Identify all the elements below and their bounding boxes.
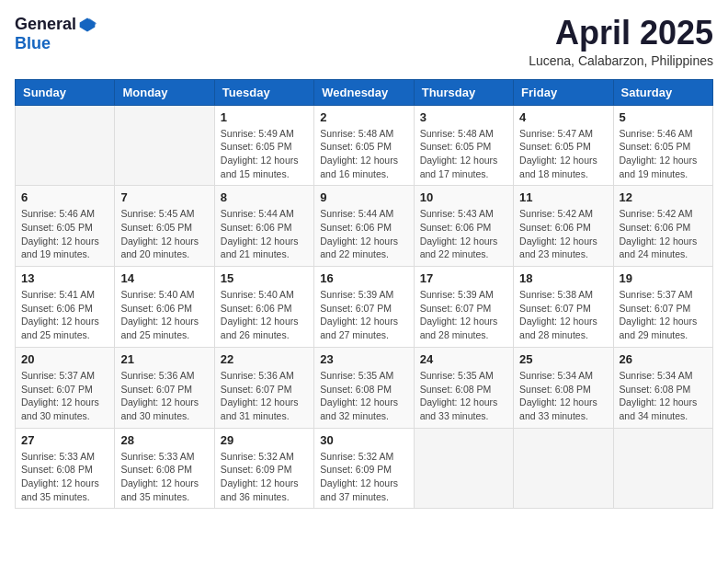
weekday-header: Tuesday	[214, 79, 313, 105]
day-info: Sunrise: 5:40 AM Sunset: 6:06 PM Dayligh…	[221, 288, 308, 342]
day-info: Sunrise: 5:38 AM Sunset: 6:07 PM Dayligh…	[519, 288, 607, 342]
calendar-cell: 15Sunrise: 5:40 AM Sunset: 6:06 PM Dayli…	[214, 267, 313, 348]
day-number: 4	[519, 110, 607, 124]
day-number: 22	[221, 352, 308, 366]
day-info: Sunrise: 5:44 AM Sunset: 6:06 PM Dayligh…	[221, 207, 308, 261]
day-number: 11	[519, 190, 607, 204]
day-info: Sunrise: 5:46 AM Sunset: 6:05 PM Dayligh…	[620, 127, 707, 181]
day-info: Sunrise: 5:49 AM Sunset: 6:05 PM Dayligh…	[221, 127, 308, 181]
day-info: Sunrise: 5:35 AM Sunset: 6:08 PM Dayligh…	[320, 369, 407, 423]
day-number: 15	[221, 271, 308, 285]
day-info: Sunrise: 5:45 AM Sunset: 6:05 PM Dayligh…	[120, 207, 208, 261]
calendar-week-row: 13Sunrise: 5:41 AM Sunset: 6:06 PM Dayli…	[16, 267, 713, 348]
calendar-cell: 20Sunrise: 5:37 AM Sunset: 6:07 PM Dayli…	[16, 347, 115, 428]
calendar-cell: 7Sunrise: 5:45 AM Sunset: 6:05 PM Daylig…	[115, 186, 214, 267]
day-info: Sunrise: 5:36 AM Sunset: 6:07 PM Dayligh…	[120, 369, 208, 423]
calendar-cell: 2Sunrise: 5:48 AM Sunset: 6:05 PM Daylig…	[314, 105, 414, 186]
logo: General Blue	[15, 15, 97, 53]
day-number: 18	[519, 271, 607, 285]
day-info: Sunrise: 5:39 AM Sunset: 6:07 PM Dayligh…	[320, 288, 407, 342]
day-number: 10	[420, 190, 507, 204]
day-info: Sunrise: 5:47 AM Sunset: 6:05 PM Dayligh…	[519, 127, 607, 181]
calendar-cell: 5Sunrise: 5:46 AM Sunset: 6:05 PM Daylig…	[613, 105, 712, 186]
logo-blue: Blue	[15, 34, 51, 53]
day-info: Sunrise: 5:44 AM Sunset: 6:06 PM Dayligh…	[320, 207, 407, 261]
calendar-cell: 17Sunrise: 5:39 AM Sunset: 6:07 PM Dayli…	[414, 267, 513, 348]
calendar-cell: 19Sunrise: 5:37 AM Sunset: 6:07 PM Dayli…	[613, 267, 712, 348]
calendar-cell: 22Sunrise: 5:36 AM Sunset: 6:07 PM Dayli…	[214, 347, 313, 428]
day-number: 16	[320, 271, 407, 285]
day-info: Sunrise: 5:40 AM Sunset: 6:06 PM Dayligh…	[120, 288, 208, 342]
weekday-header: Saturday	[613, 79, 712, 105]
day-info: Sunrise: 5:34 AM Sunset: 6:08 PM Dayligh…	[519, 369, 607, 423]
day-info: Sunrise: 5:32 AM Sunset: 6:09 PM Dayligh…	[320, 450, 407, 504]
day-number: 7	[120, 190, 208, 204]
day-number: 6	[21, 190, 108, 204]
weekday-header: Sunday	[16, 79, 115, 105]
weekday-header: Thursday	[414, 79, 513, 105]
weekday-header: Friday	[514, 79, 613, 105]
calendar-cell: 28Sunrise: 5:33 AM Sunset: 6:08 PM Dayli…	[115, 428, 214, 509]
logo-general: General	[15, 15, 76, 34]
weekday-header: Monday	[115, 79, 214, 105]
calendar-cell: 3Sunrise: 5:48 AM Sunset: 6:05 PM Daylig…	[414, 105, 513, 186]
calendar-cell	[613, 428, 712, 509]
calendar: SundayMondayTuesdayWednesdayThursdayFrid…	[15, 79, 713, 510]
weekday-header: Wednesday	[314, 79, 414, 105]
calendar-week-row: 20Sunrise: 5:37 AM Sunset: 6:07 PM Dayli…	[16, 347, 713, 428]
calendar-week-row: 6Sunrise: 5:46 AM Sunset: 6:05 PM Daylig…	[16, 186, 713, 267]
calendar-cell: 14Sunrise: 5:40 AM Sunset: 6:06 PM Dayli…	[115, 267, 214, 348]
day-number: 20	[21, 352, 108, 366]
day-info: Sunrise: 5:33 AM Sunset: 6:08 PM Dayligh…	[120, 450, 208, 504]
calendar-week-row: 1Sunrise: 5:49 AM Sunset: 6:05 PM Daylig…	[16, 105, 713, 186]
day-info: Sunrise: 5:42 AM Sunset: 6:06 PM Dayligh…	[519, 207, 607, 261]
calendar-cell	[16, 105, 115, 186]
calendar-cell: 13Sunrise: 5:41 AM Sunset: 6:06 PM Dayli…	[16, 267, 115, 348]
calendar-cell: 23Sunrise: 5:35 AM Sunset: 6:08 PM Dayli…	[314, 347, 414, 428]
day-number: 14	[120, 271, 208, 285]
calendar-cell: 24Sunrise: 5:35 AM Sunset: 6:08 PM Dayli…	[414, 347, 513, 428]
day-info: Sunrise: 5:42 AM Sunset: 6:06 PM Dayligh…	[620, 207, 707, 261]
day-number: 9	[320, 190, 407, 204]
day-info: Sunrise: 5:48 AM Sunset: 6:05 PM Dayligh…	[420, 127, 507, 181]
day-info: Sunrise: 5:39 AM Sunset: 6:07 PM Dayligh…	[420, 288, 507, 342]
calendar-cell: 6Sunrise: 5:46 AM Sunset: 6:05 PM Daylig…	[16, 186, 115, 267]
day-number: 21	[120, 352, 208, 366]
calendar-cell: 10Sunrise: 5:43 AM Sunset: 6:06 PM Dayli…	[414, 186, 513, 267]
calendar-cell: 18Sunrise: 5:38 AM Sunset: 6:07 PM Dayli…	[514, 267, 613, 348]
calendar-cell	[115, 105, 214, 186]
calendar-cell: 9Sunrise: 5:44 AM Sunset: 6:06 PM Daylig…	[314, 186, 414, 267]
day-number: 28	[120, 433, 208, 447]
day-number: 5	[620, 110, 707, 124]
day-number: 17	[420, 271, 507, 285]
location: Lucena, Calabarzon, Philippines	[529, 53, 713, 68]
calendar-cell: 29Sunrise: 5:32 AM Sunset: 6:09 PM Dayli…	[214, 428, 313, 509]
calendar-week-row: 27Sunrise: 5:33 AM Sunset: 6:08 PM Dayli…	[16, 428, 713, 509]
day-number: 26	[620, 352, 707, 366]
day-info: Sunrise: 5:34 AM Sunset: 6:08 PM Dayligh…	[620, 369, 707, 423]
day-info: Sunrise: 5:37 AM Sunset: 6:07 PM Dayligh…	[21, 369, 108, 423]
logo-icon	[78, 16, 97, 34]
day-number: 27	[21, 433, 108, 447]
day-number: 8	[221, 190, 308, 204]
calendar-cell: 8Sunrise: 5:44 AM Sunset: 6:06 PM Daylig…	[214, 186, 313, 267]
title-block: April 2025 Lucena, Calabarzon, Philippin…	[529, 15, 713, 68]
day-info: Sunrise: 5:33 AM Sunset: 6:08 PM Dayligh…	[21, 450, 108, 504]
calendar-cell: 30Sunrise: 5:32 AM Sunset: 6:09 PM Dayli…	[314, 428, 414, 509]
month-title: April 2025	[529, 15, 713, 52]
calendar-cell: 12Sunrise: 5:42 AM Sunset: 6:06 PM Dayli…	[613, 186, 712, 267]
calendar-cell: 16Sunrise: 5:39 AM Sunset: 6:07 PM Dayli…	[314, 267, 414, 348]
calendar-cell	[414, 428, 513, 509]
calendar-cell: 11Sunrise: 5:42 AM Sunset: 6:06 PM Dayli…	[514, 186, 613, 267]
day-info: Sunrise: 5:35 AM Sunset: 6:08 PM Dayligh…	[420, 369, 507, 423]
day-info: Sunrise: 5:37 AM Sunset: 6:07 PM Dayligh…	[620, 288, 707, 342]
day-number: 2	[320, 110, 407, 124]
day-number: 3	[420, 110, 507, 124]
day-number: 29	[221, 433, 308, 447]
day-info: Sunrise: 5:48 AM Sunset: 6:05 PM Dayligh…	[320, 127, 407, 181]
calendar-cell	[514, 428, 613, 509]
day-number: 24	[420, 352, 507, 366]
calendar-cell: 21Sunrise: 5:36 AM Sunset: 6:07 PM Dayli…	[115, 347, 214, 428]
day-info: Sunrise: 5:36 AM Sunset: 6:07 PM Dayligh…	[221, 369, 308, 423]
day-number: 1	[221, 110, 308, 124]
